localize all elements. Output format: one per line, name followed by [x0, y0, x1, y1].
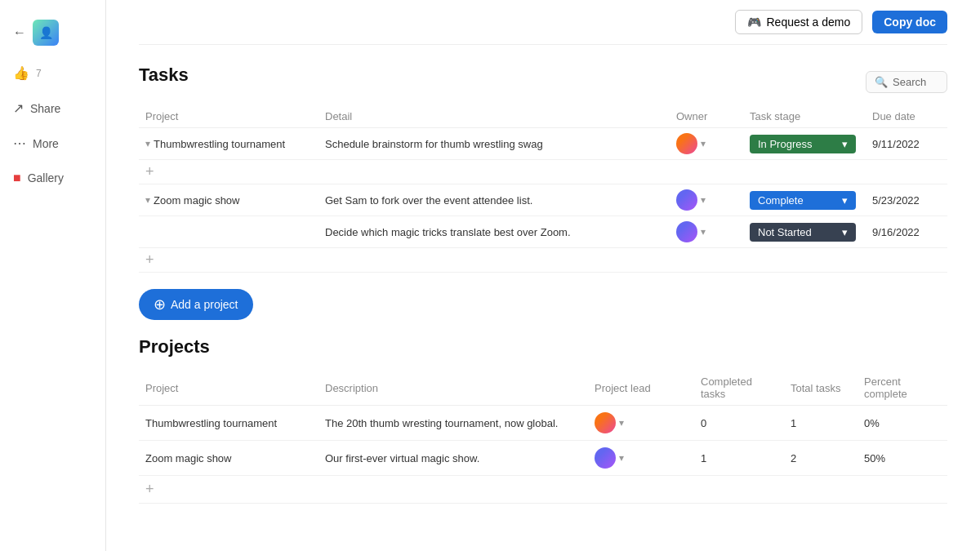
owner-cell: ▾: [670, 184, 743, 216]
more-label: More: [33, 137, 59, 150]
add-task-row-2[interactable]: +: [139, 248, 947, 273]
stage-label: Complete: [758, 194, 804, 207]
share-label: Share: [30, 102, 60, 115]
add-project-icon: ⊕: [154, 295, 166, 313]
project-row: Zoom magic show Our first-ever virtual m…: [139, 441, 947, 476]
task-detail-cell: Schedule brainstorm for thumb wrestling …: [318, 128, 670, 160]
share-icon: ↗: [13, 100, 24, 116]
owner-chevron-icon[interactable]: ▾: [701, 138, 706, 149]
project-name: Zoom magic show: [154, 194, 239, 207]
main-content: 🎮 Request a demo Copy doc Tasks 🔍 Search…: [106, 0, 980, 551]
projects-table: Project Description Project lead Complet…: [139, 371, 947, 504]
sidebar-item-likes[interactable]: 👍 7: [0, 59, 105, 87]
back-button[interactable]: ←: [13, 25, 26, 40]
tasks-table: Project Detail Owner Task stage Due date…: [139, 105, 947, 273]
add-task-cell[interactable]: +: [139, 248, 947, 273]
proj-lead-cell: ▾: [588, 406, 694, 441]
search-bar[interactable]: 🔍 Search: [866, 71, 947, 93]
add-project-label: Add a project: [171, 298, 238, 311]
col-header-owner: Owner: [670, 105, 743, 128]
sidebar-item-gallery[interactable]: ■ Gallery: [0, 164, 105, 192]
tasks-header-row: Tasks 🔍 Search: [139, 64, 947, 99]
add-task-cell[interactable]: +: [139, 160, 947, 184]
stage-label: In Progress: [758, 138, 812, 150]
chevron-icon[interactable]: ▾: [145, 138, 150, 149]
due-date-cell: 9/11/2022: [866, 128, 947, 160]
avatar: [595, 412, 616, 433]
search-label: Search: [893, 76, 926, 88]
stage-badge-complete[interactable]: Complete ▾: [750, 191, 856, 210]
lead-chevron-icon[interactable]: ▾: [619, 417, 624, 429]
proj-total-cell: 1: [784, 406, 858, 441]
proj-name-cell: Thumbwrestling tournament: [139, 406, 318, 441]
project-name-cell: ▾ Zoom magic show: [139, 184, 318, 216]
proj-completed-cell: 1: [694, 441, 784, 476]
project-name-cell-empty: [139, 216, 318, 248]
col-header-detail: Detail: [318, 105, 670, 128]
request-demo-button[interactable]: 🎮 Request a demo: [735, 10, 862, 34]
table-row: ▾ Zoom magic show Get Sam to fork over t…: [139, 184, 947, 216]
sidebar-item-more[interactable]: ⋯ More: [0, 129, 105, 158]
stage-cell: Complete ▾: [743, 184, 866, 216]
add-project-cell[interactable]: +: [139, 476, 947, 504]
avatar: [676, 189, 697, 211]
sidebar-top: ← 👤: [0, 13, 72, 52]
task-detail-cell: Decide which magic tricks translate best…: [318, 216, 670, 248]
user-icon: 👤: [33, 20, 59, 46]
demo-label: Request a demo: [766, 16, 850, 29]
like-count: 7: [36, 68, 42, 79]
owner-chevron-icon[interactable]: ▾: [701, 226, 706, 238]
add-project-table-row[interactable]: +: [139, 476, 947, 504]
sidebar-item-share[interactable]: ↗ Share: [0, 94, 105, 122]
proj-desc-cell: The 20th thumb wresting tournament, now …: [318, 406, 588, 441]
proj-desc-cell: Our first-ever virtual magic show.: [318, 441, 588, 476]
proj-col-project: Project: [139, 371, 318, 406]
topbar: 🎮 Request a demo Copy doc: [139, 0, 947, 45]
proj-name-cell: Zoom magic show: [139, 441, 318, 476]
owner-cell: ▾: [670, 216, 743, 248]
avatar: [676, 133, 697, 154]
proj-col-description: Description: [318, 371, 588, 406]
stage-chevron-icon: ▾: [842, 194, 848, 207]
proj-completed-cell: 0: [694, 406, 784, 441]
copy-label: Copy doc: [884, 16, 936, 29]
proj-percent-cell: 50%: [858, 441, 947, 476]
projects-title: Projects: [139, 336, 947, 358]
stage-cell: In Progress ▾: [743, 128, 866, 160]
demo-icon: 🎮: [747, 16, 761, 29]
proj-lead-cell: ▾: [588, 441, 694, 476]
stage-label: Not Started: [758, 226, 812, 238]
sidebar: ← 👤 👍 7 ↗ Share ⋯ More ■ Gallery: [0, 0, 106, 551]
search-icon: 🔍: [875, 76, 888, 88]
tasks-title: Tasks: [139, 64, 189, 86]
due-date-cell: 5/23/2022: [866, 184, 947, 216]
more-icon: ⋯: [13, 136, 26, 151]
col-header-due: Due date: [866, 105, 947, 128]
proj-col-completed: Completed tasks: [694, 371, 784, 406]
stage-badge-in-progress[interactable]: In Progress ▾: [750, 135, 856, 153]
gallery-label: Gallery: [28, 171, 64, 184]
project-row: Thumbwrestling tournament The 20th thumb…: [139, 406, 947, 441]
tasks-section: Tasks 🔍 Search Project Detail Owner Task…: [139, 64, 947, 273]
owner-cell: ▾: [670, 128, 743, 160]
like-icon: 👍: [13, 65, 29, 81]
avatar: [595, 447, 616, 469]
chevron-icon[interactable]: ▾: [145, 194, 150, 206]
avatar: [676, 221, 697, 242]
proj-percent-cell: 0%: [858, 406, 947, 441]
gallery-icon: ■: [13, 171, 21, 185]
col-header-stage: Task stage: [743, 105, 866, 128]
project-name: Thumbwrestling tournament: [154, 138, 285, 150]
project-name-cell: ▾ Thumbwrestling tournament: [139, 128, 318, 160]
projects-section: Projects Project Description Project lea…: [139, 336, 947, 504]
table-row: Decide which magic tricks translate best…: [139, 216, 947, 248]
owner-chevron-icon[interactable]: ▾: [701, 194, 706, 206]
add-task-row-1[interactable]: +: [139, 160, 947, 184]
proj-col-total: Total tasks: [784, 371, 858, 406]
proj-total-cell: 2: [784, 441, 858, 476]
add-project-button[interactable]: ⊕ Add a project: [139, 289, 253, 320]
copy-doc-button[interactable]: Copy doc: [872, 11, 947, 33]
proj-col-lead: Project lead: [588, 371, 694, 406]
stage-badge-not-started[interactable]: Not Started ▾: [750, 223, 856, 242]
lead-chevron-icon[interactable]: ▾: [619, 452, 624, 464]
